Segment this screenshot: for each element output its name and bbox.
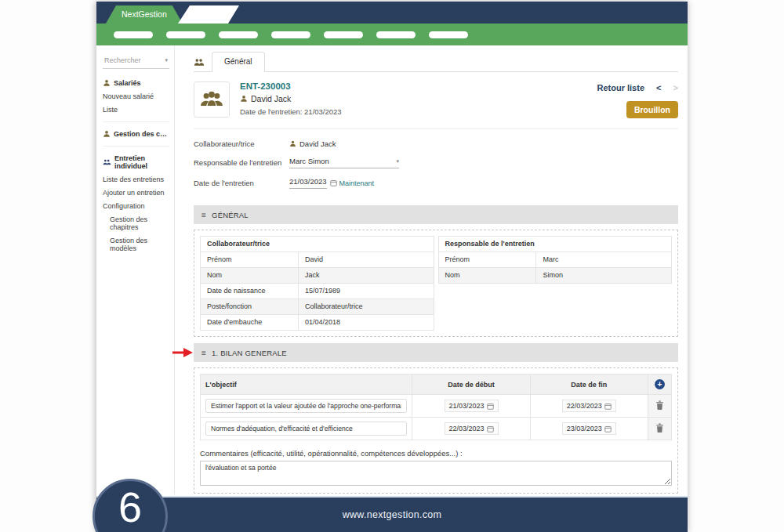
table-row: PrénomMarc bbox=[438, 252, 672, 268]
comments-textarea[interactable]: l'évaluation et sa portée bbox=[200, 461, 672, 486]
search-placeholder: Rechercher bbox=[104, 56, 141, 64]
back-to-list-link[interactable]: Retour liste bbox=[597, 83, 644, 92]
record-header: ENT-230003 David Jack Date de l'entretie… bbox=[194, 72, 678, 129]
avatar bbox=[194, 81, 230, 118]
sidebar-item-nouveau-salarie[interactable]: Nouveau salarié bbox=[103, 92, 169, 100]
drag-handle-icon: ≡ bbox=[201, 349, 206, 357]
blank-tab[interactable] bbox=[178, 5, 239, 24]
person-icon bbox=[289, 140, 296, 147]
sidebar-item-gestion-modeles[interactable]: Gestion des modèles bbox=[110, 237, 169, 252]
top-bar: NextGestion bbox=[96, 2, 688, 24]
people-icon bbox=[194, 58, 205, 67]
sidebar-item-ajouter-entretien[interactable]: Ajouter un entretien bbox=[103, 189, 169, 197]
footer-url: www.nextgestion.com bbox=[343, 509, 442, 520]
comments-label: Commentaires (efficacité, utilité, opéra… bbox=[200, 449, 672, 458]
sidebar-item-gestion-chapitres[interactable]: Gestion des chapitres bbox=[110, 215, 169, 231]
sidebar-item-liste-entretiens[interactable]: Liste des entretiens bbox=[103, 176, 169, 183]
table-row: 21/03/2023 22/03/2023 bbox=[201, 395, 672, 418]
annotation-arrow-icon bbox=[172, 347, 193, 358]
search-select[interactable]: Rechercher ▾ bbox=[103, 55, 169, 69]
now-link[interactable]: Maintenant bbox=[330, 179, 375, 187]
person-icon bbox=[103, 130, 111, 138]
trash-icon[interactable] bbox=[655, 423, 664, 432]
table-row: PrénomDavid bbox=[201, 252, 434, 268]
sidebar-item-configuration[interactable]: Configuration bbox=[103, 202, 169, 210]
person-icon bbox=[240, 95, 248, 103]
form-area: Collaborateur/trice David Jack Responsab… bbox=[194, 129, 678, 199]
add-row-button[interactable]: + bbox=[655, 379, 665, 389]
divider bbox=[103, 146, 169, 147]
main-menu-bar bbox=[96, 24, 688, 45]
calendar-icon bbox=[604, 403, 612, 410]
table-row: Date d'embauche01/04/2018 bbox=[201, 315, 434, 331]
objective-input[interactable] bbox=[205, 399, 407, 413]
prev-record-chevron[interactable]: < bbox=[656, 83, 661, 92]
section-bilan-body: L'objectif Date de début Date de fin + 2… bbox=[194, 367, 678, 494]
trash-icon[interactable] bbox=[655, 400, 664, 410]
drag-handle-icon: ≡ bbox=[201, 211, 206, 219]
start-date-input[interactable]: 22/03/2023 bbox=[445, 422, 499, 435]
table-row: NomSimon bbox=[438, 268, 672, 284]
record-id: ENT-230003 bbox=[240, 81, 342, 91]
divider bbox=[103, 121, 169, 122]
menu-item-pill[interactable] bbox=[114, 31, 153, 38]
end-date-input[interactable]: 22/03/2023 bbox=[562, 400, 616, 412]
objective-input[interactable] bbox=[205, 422, 407, 436]
menu-item-pill[interactable] bbox=[324, 31, 363, 38]
interview-date-input[interactable]: 21/03/2023 bbox=[289, 177, 327, 189]
menu-item-pill[interactable] bbox=[429, 31, 468, 38]
app-window: NextGestion Rechercher ▾ Salariés bbox=[96, 2, 688, 532]
manager-label: Responsable de l'entretien bbox=[194, 158, 289, 167]
calendar-icon bbox=[604, 425, 612, 432]
sidebar-item-gestion-competences[interactable]: Gestion des compét... bbox=[103, 130, 169, 138]
status-badge: Brouillon bbox=[626, 101, 678, 118]
menu-item-pill[interactable] bbox=[271, 31, 310, 38]
main-content: Général ENT-230003 David Jack Date de l'… bbox=[175, 45, 688, 494]
collaborator-table: Collaborateur/trice PrénomDavid NomJack … bbox=[200, 236, 434, 331]
section-bilan: ≡ 1. BILAN GENERALE L'objectif Date de d… bbox=[194, 343, 678, 494]
table-row: 22/03/2023 23/03/2023 bbox=[201, 418, 672, 440]
people-group-icon bbox=[200, 90, 223, 109]
manager-table: Responsable de l'entretien PrénomMarc No… bbox=[438, 236, 673, 284]
menu-item-pill[interactable] bbox=[166, 31, 205, 38]
table-row: Date de naissance15/07/1989 bbox=[201, 284, 434, 299]
table-row: Poste/fonctionCollaborateur/trice bbox=[201, 299, 434, 315]
sidebar-item-entretien-individuel[interactable]: Entretien individuel bbox=[103, 154, 169, 170]
calendar-icon bbox=[487, 425, 494, 432]
next-record-chevron: > bbox=[673, 83, 678, 92]
chevron-down-icon: ▾ bbox=[396, 158, 399, 165]
chevron-down-icon: ▾ bbox=[165, 57, 168, 63]
menu-item-pill[interactable] bbox=[376, 31, 416, 38]
section-bilan-header[interactable]: ≡ 1. BILAN GENERALE bbox=[194, 343, 678, 362]
sidebar-item-liste[interactable]: Liste bbox=[103, 106, 169, 114]
sidebar-item-salaries[interactable]: Salariés bbox=[103, 79, 169, 87]
record-date: Date de l'entretien: 21/03/2023 bbox=[240, 107, 342, 116]
sidebar: Rechercher ▾ Salariés Nouveau salarié Li… bbox=[96, 45, 175, 494]
table-row: NomJack bbox=[201, 268, 434, 284]
site-footer: www.nextgestion.com bbox=[96, 496, 688, 532]
tab-bar: Général bbox=[194, 50, 678, 72]
tab-general[interactable]: Général bbox=[212, 52, 265, 72]
section-general-body: Collaborateur/trice PrénomDavid NomJack … bbox=[194, 230, 678, 337]
people-icon bbox=[103, 158, 111, 166]
calendar-icon bbox=[330, 179, 337, 186]
person-icon bbox=[103, 79, 111, 87]
section-general: ≡ GÉNÉRAL Collaborateur/trice PrénomDavi… bbox=[194, 205, 678, 337]
interview-date-label: Date de l'entretien bbox=[194, 179, 289, 187]
collaborator-label: Collaborateur/trice bbox=[194, 139, 289, 148]
end-date-input[interactable]: 23/03/2023 bbox=[562, 422, 616, 435]
start-date-input[interactable]: 21/03/2023 bbox=[445, 400, 499, 412]
collaborator-value: David Jack bbox=[299, 139, 336, 148]
record-name: David Jack bbox=[251, 94, 291, 103]
manager-select[interactable]: Marc Simon ▾ bbox=[289, 157, 399, 168]
page: NextGestion Rechercher ▾ Salariés bbox=[0, 0, 784, 532]
menu-item-pill[interactable] bbox=[219, 31, 258, 38]
brand-tab[interactable]: NextGestion bbox=[106, 5, 183, 24]
section-general-header[interactable]: ≡ GÉNÉRAL bbox=[194, 205, 678, 224]
objectives-table: L'objectif Date de début Date de fin + 2… bbox=[200, 374, 672, 440]
calendar-icon bbox=[487, 403, 494, 410]
